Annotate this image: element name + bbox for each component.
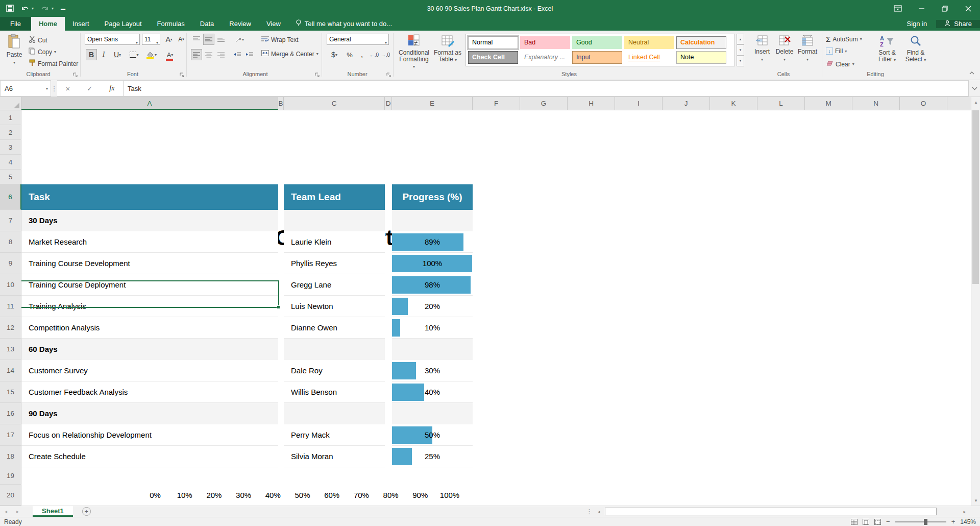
tab-insert[interactable]: Insert: [65, 17, 97, 31]
decrease-indent-icon[interactable]: [232, 49, 243, 60]
find-select-button[interactable]: Find &Select ▾: [902, 35, 929, 63]
row-header-6[interactable]: 6: [0, 184, 21, 210]
format-painter-button[interactable]: Format Painter: [29, 59, 78, 68]
page-layout-view-icon[interactable]: [863, 519, 869, 525]
tab-file[interactable]: File: [0, 17, 31, 31]
share-button[interactable]: Share: [936, 20, 980, 28]
zoom-level[interactable]: 145%: [960, 518, 976, 525]
section-fill[interactable]: [284, 403, 385, 424]
zoom-out-icon[interactable]: −: [886, 518, 890, 525]
column-header-E[interactable]: E: [392, 97, 473, 110]
fill-color-icon[interactable]: ▾: [146, 49, 157, 60]
cell-team-lead[interactable]: Perry Mack: [284, 424, 385, 446]
section-fill[interactable]: [284, 339, 385, 360]
expand-formula-bar-icon[interactable]: [969, 80, 980, 97]
cell-task[interactable]: Training Course Development: [21, 253, 278, 274]
style-chip-bad[interactable]: Bad: [520, 36, 570, 49]
section-fill[interactable]: [392, 403, 473, 424]
cell-task[interactable]: Training Course Deployment: [21, 274, 278, 296]
paste-button[interactable]: Paste ▾: [4, 34, 24, 66]
row-header-12[interactable]: 12: [0, 317, 21, 339]
table-header-team-lead[interactable]: Team Lead: [284, 184, 385, 210]
tell-me-box[interactable]: Tell me what you want to do...: [288, 17, 399, 31]
clipboard-dialog-launcher-icon[interactable]: [73, 72, 78, 77]
cell-task[interactable]: Create Schedule: [21, 446, 278, 467]
font-color-icon[interactable]: A▾: [163, 49, 177, 60]
scroll-left-icon[interactable]: ◂: [596, 509, 602, 514]
scroll-down-icon[interactable]: ▾: [971, 495, 980, 506]
section-fill[interactable]: [392, 210, 473, 231]
scroll-up-icon[interactable]: ▴: [971, 97, 980, 107]
style-chip-normal[interactable]: Normal: [468, 36, 518, 49]
section-row[interactable]: 30 Days: [21, 210, 278, 231]
column-header-H[interactable]: H: [568, 97, 615, 110]
row-header-13[interactable]: 13: [0, 339, 21, 360]
align-center-icon[interactable]: [203, 49, 214, 60]
font-name-combo[interactable]: Open Sans▾: [85, 34, 140, 45]
collapse-ribbon-icon[interactable]: [969, 69, 975, 77]
cell-team-lead[interactable]: Silvia Moran: [284, 446, 385, 467]
tab-formulas[interactable]: Formulas: [150, 17, 192, 31]
row-header-3[interactable]: 3: [0, 140, 21, 155]
column-header-C[interactable]: C: [284, 97, 385, 110]
conditional-formatting-button[interactable]: ≠ ConditionalFormatting ▾: [398, 34, 430, 70]
column-header-I[interactable]: I: [615, 97, 663, 110]
prev-sheet-icon[interactable]: ◂: [0, 509, 12, 514]
column-header-J[interactable]: J: [663, 97, 710, 110]
row-header-11[interactable]: 11: [0, 296, 21, 317]
copy-button[interactable]: Copy ▾: [29, 47, 56, 56]
sort-filter-button[interactable]: AZ Sort &Filter ▾: [874, 35, 900, 63]
formula-input[interactable]: Task: [124, 80, 969, 97]
autosum-button[interactable]: Σ AutoSum ▾: [826, 35, 862, 43]
column-header-A[interactable]: A: [21, 97, 278, 110]
new-sheet-button[interactable]: +: [82, 507, 91, 516]
row-header-16[interactable]: 16: [0, 403, 21, 424]
alignment-dialog-launcher-icon[interactable]: [315, 72, 320, 77]
font-size-combo[interactable]: 11▾: [142, 34, 160, 45]
number-dialog-launcher-icon[interactable]: [386, 72, 391, 77]
align-left-icon[interactable]: [191, 49, 202, 60]
row-header-1[interactable]: 1: [0, 110, 21, 125]
clear-button[interactable]: Clear ▾: [826, 60, 854, 68]
tab-view[interactable]: View: [259, 17, 288, 31]
section-row[interactable]: 60 Days: [21, 339, 278, 360]
row-header-18[interactable]: 18: [0, 446, 21, 467]
table-header-task[interactable]: Task: [21, 184, 278, 210]
zoom-slider-thumb[interactable]: [924, 519, 927, 525]
undo-icon[interactable]: [21, 5, 29, 12]
row-header-14[interactable]: 14: [0, 360, 21, 381]
row-header-7[interactable]: 7: [0, 210, 21, 231]
row-header-8[interactable]: 8: [0, 231, 21, 253]
cell-task[interactable]: Customer Survey: [21, 360, 278, 381]
insert-cells-button[interactable]: Insert ▾: [751, 35, 773, 63]
page-break-view-icon[interactable]: [874, 519, 881, 525]
redo-caret-icon[interactable]: ▾: [52, 6, 54, 11]
restore-button[interactable]: [933, 0, 957, 17]
vertical-scroll-thumb[interactable]: [972, 110, 979, 284]
tab-page-layout[interactable]: Page Layout: [97, 17, 150, 31]
cell-team-lead[interactable]: Dale Roy: [284, 360, 385, 381]
row-header-9[interactable]: 9: [0, 253, 21, 274]
column-header-O[interactable]: O: [900, 97, 947, 110]
cell-team-lead[interactable]: Phyllis Reyes: [284, 253, 385, 274]
row-header-15[interactable]: 15: [0, 381, 21, 403]
name-box-caret-icon[interactable]: ▾: [46, 86, 48, 91]
comma-style-icon[interactable]: ,: [356, 49, 368, 60]
delete-cells-button[interactable]: Delete ▾: [774, 35, 795, 63]
zoom-in-icon[interactable]: +: [951, 518, 955, 525]
redo-icon[interactable]: [41, 5, 49, 12]
row-header-4[interactable]: 4: [0, 155, 21, 170]
table-header-progress[interactable]: Progress (%): [392, 184, 473, 210]
tab-home[interactable]: Home: [31, 17, 65, 31]
column-header-G[interactable]: G: [520, 97, 568, 110]
format-cells-button[interactable]: Format ▾: [796, 35, 819, 63]
section-fill[interactable]: [392, 339, 473, 360]
zoom-slider[interactable]: [895, 521, 946, 522]
style-chip-linked-cell[interactable]: Linked Cell: [624, 51, 674, 64]
close-button[interactable]: [957, 0, 980, 17]
cell-team-lead[interactable]: Willis Benson: [284, 381, 385, 403]
increase-indent-icon[interactable]: [244, 49, 255, 60]
cell-team-lead[interactable]: Dianne Owen: [284, 317, 385, 339]
align-right-icon[interactable]: [215, 49, 227, 60]
customize-qat-icon[interactable]: ▬: [61, 6, 65, 11]
